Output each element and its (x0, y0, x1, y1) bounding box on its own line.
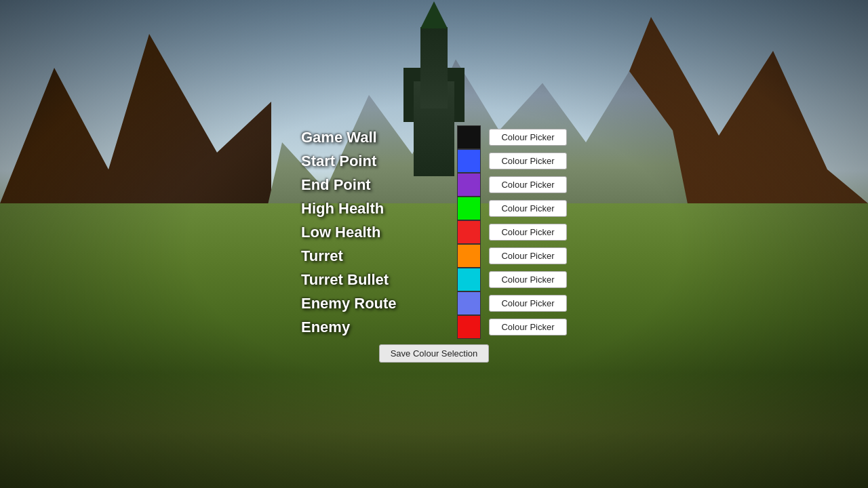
swatch-enemy (457, 315, 481, 339)
colour-picker-button-high-health[interactable]: Colour Picker (489, 200, 567, 217)
swatch-start-point (457, 149, 481, 173)
label-high-health: High Health (301, 200, 457, 218)
castle-roof (420, 1, 448, 28)
colour-picker-button-turret[interactable]: Colour Picker (489, 247, 567, 264)
swatch-turret (457, 244, 481, 268)
colour-picker-button-enemy[interactable]: Colour Picker (489, 319, 567, 336)
color-row-game-wall: Game WallColour Picker (301, 125, 567, 149)
colour-picker-button-enemy-route[interactable]: Colour Picker (489, 295, 567, 312)
color-row-low-health: Low HealthColour Picker (301, 220, 567, 244)
label-enemy-route: Enemy Route (301, 295, 457, 312)
label-start-point: Start Point (301, 152, 457, 170)
swatch-turret-bullet (457, 268, 481, 291)
swatch-end-point (457, 173, 481, 197)
color-settings-panel: Game WallColour PickerStart PointColour … (288, 119, 580, 369)
swatch-enemy-route (457, 291, 481, 315)
colour-picker-button-turret-bullet[interactable]: Colour Picker (489, 271, 567, 288)
castle-tower-main (420, 27, 448, 108)
label-game-wall: Game Wall (301, 129, 457, 146)
swatch-game-wall (457, 125, 481, 149)
color-row-enemy-route: Enemy RouteColour Picker (301, 291, 567, 315)
colour-picker-button-low-health[interactable]: Colour Picker (489, 224, 567, 241)
color-row-turret: TurretColour Picker (301, 244, 567, 268)
label-turret: Turret (301, 247, 457, 265)
colour-picker-button-start-point[interactable]: Colour Picker (489, 152, 567, 169)
label-enemy: Enemy (301, 319, 457, 336)
color-row-end-point: End PointColour Picker (301, 173, 567, 197)
color-row-high-health: High HealthColour Picker (301, 197, 567, 220)
color-row-turret-bullet: Turret BulletColour Picker (301, 268, 567, 291)
color-row-enemy: EnemyColour Picker (301, 315, 567, 339)
label-turret-bullet: Turret Bullet (301, 271, 457, 289)
colour-picker-button-game-wall[interactable]: Colour Picker (489, 129, 567, 146)
swatch-high-health (457, 197, 481, 220)
save-colour-button[interactable]: Save Colour Selection (379, 344, 490, 363)
swatch-low-health (457, 220, 481, 244)
label-end-point: End Point (301, 176, 457, 194)
label-low-health: Low Health (301, 224, 457, 241)
colour-picker-button-end-point[interactable]: Colour Picker (489, 176, 567, 193)
color-row-start-point: Start PointColour Picker (301, 149, 567, 173)
